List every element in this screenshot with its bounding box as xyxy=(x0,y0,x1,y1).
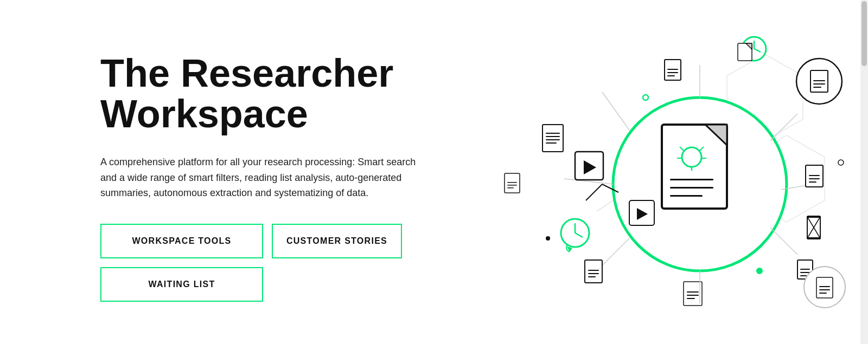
buttons-grid: WORKSPACE TOOLS CUSTOMER STORIES WAITING… xyxy=(100,224,437,302)
hero-illustration xyxy=(396,0,857,344)
svg-point-71 xyxy=(546,236,550,241)
svg-rect-42 xyxy=(800,269,810,270)
svg-line-19 xyxy=(770,228,797,255)
svg-line-20 xyxy=(602,238,629,265)
svg-rect-45 xyxy=(542,125,563,152)
svg-point-70 xyxy=(838,160,844,165)
svg-rect-65 xyxy=(507,182,517,183)
svg-rect-39 xyxy=(807,216,820,218)
svg-rect-33 xyxy=(809,175,820,176)
svg-rect-6 xyxy=(670,179,713,180)
svg-rect-60 xyxy=(667,72,678,73)
svg-rect-46 xyxy=(546,133,560,134)
svg-rect-66 xyxy=(507,185,517,186)
svg-rect-74 xyxy=(684,282,702,306)
svg-rect-77 xyxy=(687,298,695,299)
svg-rect-54 xyxy=(585,260,602,283)
svg-rect-59 xyxy=(667,69,678,70)
svg-rect-49 xyxy=(546,142,557,144)
svg-line-85 xyxy=(586,184,602,200)
svg-rect-34 xyxy=(809,178,820,179)
svg-rect-79 xyxy=(816,277,833,298)
hero-section: The Researcher Workspace A comprehensive… xyxy=(0,0,868,344)
svg-rect-67 xyxy=(507,187,514,189)
svg-rect-64 xyxy=(505,173,520,193)
svg-rect-43 xyxy=(800,272,810,273)
svg-rect-40 xyxy=(807,237,820,239)
svg-rect-31 xyxy=(813,87,821,88)
svg-rect-81 xyxy=(819,289,830,290)
svg-point-69 xyxy=(756,268,763,274)
svg-rect-55 xyxy=(588,270,599,271)
svg-rect-44 xyxy=(800,275,807,276)
svg-rect-57 xyxy=(588,276,596,277)
waiting-list-button[interactable]: WAITING LIST xyxy=(100,267,263,302)
customer-stories-button[interactable]: CUSTOMER STORIES xyxy=(272,224,402,258)
workspace-tools-button[interactable]: WORKSPACE TOOLS xyxy=(100,224,263,258)
hero-title: The Researcher Workspace xyxy=(100,53,437,135)
svg-rect-47 xyxy=(546,136,560,137)
svg-rect-80 xyxy=(819,286,830,287)
svg-rect-30 xyxy=(813,83,825,85)
svg-rect-29 xyxy=(813,80,825,81)
svg-rect-75 xyxy=(687,291,699,293)
svg-rect-8 xyxy=(670,195,703,197)
svg-rect-35 xyxy=(809,181,816,183)
svg-line-15 xyxy=(602,92,629,130)
svg-rect-76 xyxy=(687,295,699,296)
svg-rect-82 xyxy=(819,293,827,294)
svg-rect-56 xyxy=(588,273,599,274)
svg-rect-7 xyxy=(670,187,713,189)
hero-content: The Researcher Workspace A comprehensive… xyxy=(100,53,437,302)
svg-rect-48 xyxy=(546,139,560,140)
svg-line-84 xyxy=(597,200,613,211)
hero-description: A comprehensive platform for all your re… xyxy=(100,154,420,201)
svg-rect-61 xyxy=(667,75,675,76)
svg-point-68 xyxy=(643,95,648,100)
